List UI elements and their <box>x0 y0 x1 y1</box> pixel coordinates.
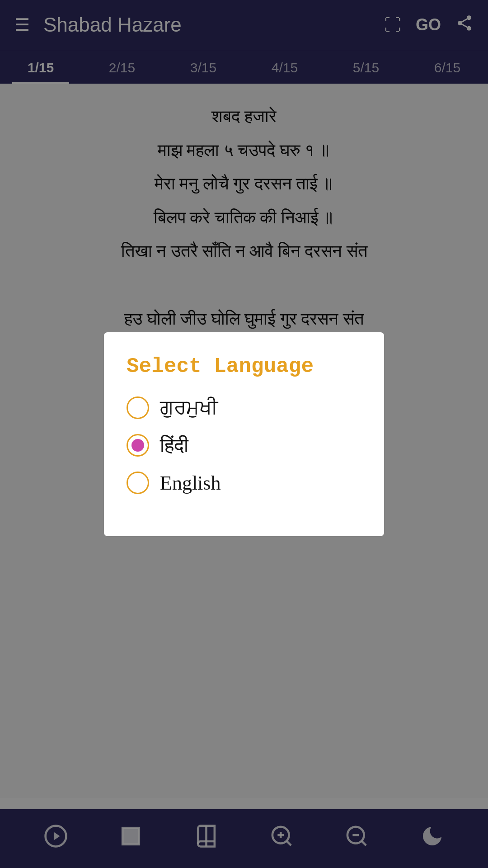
gurmukhi-option[interactable]: ਗੁਰਮੁਖੀ <box>127 396 361 420</box>
english-option[interactable]: English <box>127 472 361 495</box>
language-dialog: Select Language ਗੁਰਮੁਖੀ हिंदी English <box>104 332 384 536</box>
gurmukhi-label: ਗੁਰਮੁਖੀ <box>160 396 218 420</box>
gurmukhi-radio[interactable] <box>127 396 149 419</box>
english-label: English <box>160 472 221 495</box>
hindi-radio[interactable] <box>127 434 149 457</box>
english-radio[interactable] <box>127 472 149 494</box>
hindi-option[interactable]: हिंदी <box>127 434 361 457</box>
modal-overlay[interactable]: Select Language ਗੁਰਮੁਖੀ हिंदी English <box>0 0 488 868</box>
hindi-label: हिंदी <box>160 434 188 457</box>
hindi-radio-selected <box>131 439 144 452</box>
dialog-title: Select Language <box>127 355 361 378</box>
